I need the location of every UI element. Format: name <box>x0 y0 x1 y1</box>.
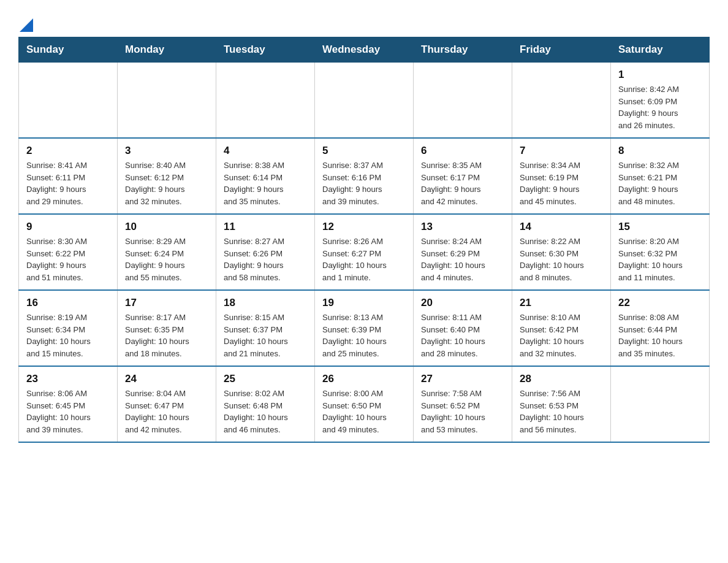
day-number: 6 <box>421 145 504 157</box>
calendar-day-cell: 17Sunrise: 8:17 AMSunset: 6:35 PMDayligh… <box>118 290 216 366</box>
calendar-day-cell <box>414 63 512 139</box>
calendar-day-cell: 14Sunrise: 8:22 AMSunset: 6:30 PMDayligh… <box>512 214 611 290</box>
day-number: 26 <box>322 373 406 385</box>
calendar-day-cell: 15Sunrise: 8:20 AMSunset: 6:32 PMDayligh… <box>611 214 710 290</box>
day-info: Sunrise: 8:24 AMSunset: 6:29 PMDaylight:… <box>421 236 504 283</box>
day-number: 9 <box>26 221 110 233</box>
calendar-day-cell: 19Sunrise: 8:13 AMSunset: 6:39 PMDayligh… <box>315 290 414 366</box>
calendar-day-cell: 18Sunrise: 8:15 AMSunset: 6:37 PMDayligh… <box>216 290 315 366</box>
calendar-header: SundayMondayTuesdayWednesdayThursdayFrid… <box>19 37 710 63</box>
calendar-day-cell <box>19 63 118 139</box>
day-info: Sunrise: 8:11 AMSunset: 6:40 PMDaylight:… <box>421 312 504 359</box>
weekday-header-sunday: Sunday <box>19 37 118 63</box>
day-info: Sunrise: 8:22 AMSunset: 6:30 PMDaylight:… <box>520 236 603 283</box>
day-number: 7 <box>520 145 603 157</box>
day-number: 4 <box>224 145 307 157</box>
calendar-day-cell: 7Sunrise: 8:34 AMSunset: 6:19 PMDaylight… <box>512 138 611 214</box>
calendar-day-cell: 5Sunrise: 8:37 AMSunset: 6:16 PMDaylight… <box>315 138 414 214</box>
day-number: 5 <box>322 145 406 157</box>
calendar-day-cell <box>512 63 611 139</box>
calendar-day-cell: 16Sunrise: 8:19 AMSunset: 6:34 PMDayligh… <box>19 290 118 366</box>
calendar-week-row: 23Sunrise: 8:06 AMSunset: 6:45 PMDayligh… <box>19 366 710 442</box>
day-number: 21 <box>520 297 603 309</box>
weekday-header-row: SundayMondayTuesdayWednesdayThursdayFrid… <box>19 37 710 63</box>
day-info: Sunrise: 8:37 AMSunset: 6:16 PMDaylight:… <box>322 159 406 207</box>
day-info: Sunrise: 8:26 AMSunset: 6:27 PMDaylight:… <box>322 236 406 283</box>
day-info: Sunrise: 8:08 AMSunset: 6:44 PMDaylight:… <box>618 312 702 359</box>
calendar-day-cell: 3Sunrise: 8:40 AMSunset: 6:12 PMDaylight… <box>118 138 216 214</box>
calendar-day-cell: 11Sunrise: 8:27 AMSunset: 6:26 PMDayligh… <box>216 214 315 290</box>
day-info: Sunrise: 8:04 AMSunset: 6:47 PMDaylight:… <box>125 388 208 435</box>
calendar-day-cell <box>216 63 315 139</box>
day-info: Sunrise: 8:20 AMSunset: 6:32 PMDaylight:… <box>618 236 702 283</box>
calendar-day-cell: 23Sunrise: 8:06 AMSunset: 6:45 PMDayligh… <box>19 366 118 442</box>
day-info: Sunrise: 8:29 AMSunset: 6:24 PMDaylight:… <box>125 236 208 283</box>
day-info: Sunrise: 8:15 AMSunset: 6:37 PMDaylight:… <box>224 312 307 359</box>
day-number: 13 <box>421 221 504 233</box>
day-info: Sunrise: 8:19 AMSunset: 6:34 PMDaylight:… <box>26 312 110 359</box>
day-number: 16 <box>26 297 110 309</box>
day-number: 27 <box>421 373 504 385</box>
day-info: Sunrise: 8:40 AMSunset: 6:12 PMDaylight:… <box>125 159 208 207</box>
calendar-week-row: 2Sunrise: 8:41 AMSunset: 6:11 PMDaylight… <box>19 138 710 214</box>
day-info: Sunrise: 8:10 AMSunset: 6:42 PMDaylight:… <box>520 312 603 359</box>
day-number: 14 <box>520 221 603 233</box>
calendar-day-cell: 13Sunrise: 8:24 AMSunset: 6:29 PMDayligh… <box>414 214 512 290</box>
day-number: 20 <box>421 297 504 309</box>
day-info: Sunrise: 8:13 AMSunset: 6:39 PMDaylight:… <box>322 312 406 359</box>
day-number: 19 <box>322 297 406 309</box>
day-info: Sunrise: 8:41 AMSunset: 6:11 PMDaylight:… <box>26 159 110 207</box>
svg-marker-0 <box>20 18 33 32</box>
day-number: 2 <box>26 145 110 157</box>
day-number: 10 <box>125 221 208 233</box>
calendar-day-cell: 28Sunrise: 7:56 AMSunset: 6:53 PMDayligh… <box>512 366 611 442</box>
day-number: 23 <box>26 373 110 385</box>
day-info: Sunrise: 7:56 AMSunset: 6:53 PMDaylight:… <box>520 388 603 435</box>
calendar-day-cell: 12Sunrise: 8:26 AMSunset: 6:27 PMDayligh… <box>315 214 414 290</box>
calendar-day-cell: 27Sunrise: 7:58 AMSunset: 6:52 PMDayligh… <box>414 366 512 442</box>
calendar-day-cell <box>611 366 710 442</box>
day-number: 17 <box>125 297 208 309</box>
calendar-day-cell: 25Sunrise: 8:02 AMSunset: 6:48 PMDayligh… <box>216 366 315 442</box>
day-number: 1 <box>618 69 702 81</box>
weekday-header-wednesday: Wednesday <box>315 37 414 63</box>
day-info: Sunrise: 8:06 AMSunset: 6:45 PMDaylight:… <box>26 388 110 435</box>
calendar-day-cell: 9Sunrise: 8:30 AMSunset: 6:22 PMDaylight… <box>19 214 118 290</box>
day-info: Sunrise: 8:17 AMSunset: 6:35 PMDaylight:… <box>125 312 208 359</box>
day-info: Sunrise: 8:27 AMSunset: 6:26 PMDaylight:… <box>224 236 307 283</box>
day-number: 15 <box>618 221 702 233</box>
calendar-week-row: 1Sunrise: 8:42 AMSunset: 6:09 PMDaylight… <box>19 63 710 139</box>
calendar-day-cell: 1Sunrise: 8:42 AMSunset: 6:09 PMDaylight… <box>611 63 710 139</box>
weekday-header-friday: Friday <box>512 37 611 63</box>
page-header <box>18 12 710 31</box>
calendar-day-cell: 6Sunrise: 8:35 AMSunset: 6:17 PMDaylight… <box>414 138 512 214</box>
day-info: Sunrise: 8:32 AMSunset: 6:21 PMDaylight:… <box>618 159 702 207</box>
day-info: Sunrise: 8:38 AMSunset: 6:14 PMDaylight:… <box>224 159 307 207</box>
logo <box>18 18 33 31</box>
calendar-day-cell: 2Sunrise: 8:41 AMSunset: 6:11 PMDaylight… <box>19 138 118 214</box>
calendar-day-cell <box>118 63 216 139</box>
calendar-day-cell <box>315 63 414 139</box>
calendar-body: 1Sunrise: 8:42 AMSunset: 6:09 PMDaylight… <box>19 63 710 443</box>
calendar-table: SundayMondayTuesdayWednesdayThursdayFrid… <box>18 37 710 443</box>
day-info: Sunrise: 8:35 AMSunset: 6:17 PMDaylight:… <box>421 159 504 207</box>
day-number: 8 <box>618 145 702 157</box>
day-number: 28 <box>520 373 603 385</box>
calendar-week-row: 9Sunrise: 8:30 AMSunset: 6:22 PMDaylight… <box>19 214 710 290</box>
day-number: 3 <box>125 145 208 157</box>
calendar-day-cell: 26Sunrise: 8:00 AMSunset: 6:50 PMDayligh… <box>315 366 414 442</box>
day-info: Sunrise: 8:34 AMSunset: 6:19 PMDaylight:… <box>520 159 603 207</box>
day-info: Sunrise: 8:02 AMSunset: 6:48 PMDaylight:… <box>224 388 307 435</box>
day-info: Sunrise: 8:00 AMSunset: 6:50 PMDaylight:… <box>322 388 406 435</box>
calendar-week-row: 16Sunrise: 8:19 AMSunset: 6:34 PMDayligh… <box>19 290 710 366</box>
logo-triangle-icon <box>20 18 33 32</box>
day-number: 25 <box>224 373 307 385</box>
day-info: Sunrise: 7:58 AMSunset: 6:52 PMDaylight:… <box>421 388 504 435</box>
weekday-header-monday: Monday <box>118 37 216 63</box>
day-number: 11 <box>224 221 307 233</box>
calendar-day-cell: 24Sunrise: 8:04 AMSunset: 6:47 PMDayligh… <box>118 366 216 442</box>
calendar-day-cell: 10Sunrise: 8:29 AMSunset: 6:24 PMDayligh… <box>118 214 216 290</box>
calendar-day-cell: 21Sunrise: 8:10 AMSunset: 6:42 PMDayligh… <box>512 290 611 366</box>
day-number: 12 <box>322 221 406 233</box>
calendar-day-cell: 8Sunrise: 8:32 AMSunset: 6:21 PMDaylight… <box>611 138 710 214</box>
